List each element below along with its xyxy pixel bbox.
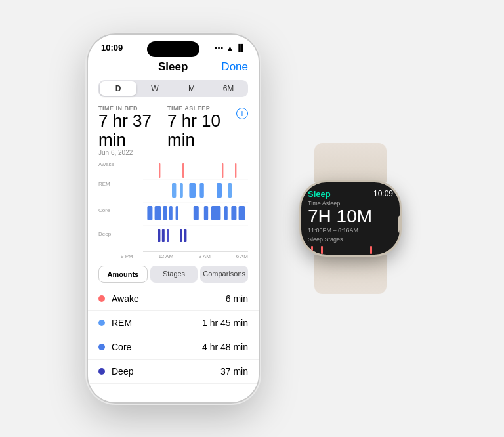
rem-value: 1 hr 45 min [202, 318, 248, 328]
y-label-rem: REM [98, 181, 110, 187]
done-button[interactable]: Done [221, 60, 248, 73]
signal-icon: ▪▪▪ [215, 44, 224, 51]
rem-label: REM [112, 318, 202, 328]
deep-label: Deep [112, 366, 220, 377]
svg-rect-24 [158, 229, 160, 242]
battery-icon: ▐▌ [236, 44, 245, 51]
svg-rect-12 [228, 183, 232, 198]
svg-rect-22 [231, 206, 236, 220]
segment-m[interactable]: M [173, 81, 210, 96]
wifi-icon: ▲ [226, 44, 234, 52]
svg-rect-8 [180, 183, 183, 198]
sleep-item-deep: Deep 37 min [88, 360, 259, 384]
scene: 10:09 ▪▪▪ ▲ ▐▌ Sleep Done D W M 6M [0, 0, 504, 437]
watch-time-display: 10:09 [373, 189, 393, 198]
watch-chart [308, 245, 393, 255]
iphone-time: 10:09 [101, 43, 123, 52]
sleep-item-core: Core 4 hr 48 min [88, 335, 259, 360]
time-in-bed-value: 7 hr 37 min [98, 112, 167, 149]
svg-rect-21 [224, 206, 228, 220]
watch-band-bottom [314, 255, 387, 294]
stat-date: Jun 6, 2022 [98, 149, 167, 156]
chart-x-labels: 9 PM 12 AM 3 AM 6 AM [121, 253, 248, 259]
svg-rect-3 [159, 163, 160, 178]
segment-control: D W M 6M [98, 80, 248, 97]
awake-value: 6 min [226, 293, 248, 304]
svg-rect-14 [155, 206, 161, 220]
svg-rect-18 [194, 206, 199, 220]
segment-d[interactable]: D [100, 81, 136, 96]
x-label-3am: 3 AM [199, 253, 211, 259]
x-label-6am: 6 AM [236, 253, 248, 259]
svg-rect-9 [189, 183, 196, 198]
svg-rect-17 [176, 206, 178, 220]
svg-rect-20 [211, 206, 220, 220]
nav-title: Sleep [158, 60, 188, 73]
core-label: Core [112, 342, 202, 352]
rem-dot [98, 320, 105, 326]
watch-band-top [314, 143, 387, 182]
dynamic-island [147, 41, 200, 57]
tab-comparisons[interactable]: Comparisons [200, 266, 248, 283]
tabs-row: Amounts Stages Comparisons [98, 266, 248, 283]
svg-rect-28 [184, 229, 186, 242]
deep-dot [98, 368, 105, 375]
stats-row: TIME IN BED 7 hr 37 min Jun 6, 2022 TIME… [88, 101, 259, 159]
iphone-screen: Sleep Done D W M 6M TIME IN BED 7 hr 37 … [88, 55, 259, 402]
watch-big-time: 7H 10M [308, 207, 393, 226]
apple-watch: Sleep 10:09 Time Asleep 7H 10M 11:00PM –… [285, 143, 416, 294]
segment-6m[interactable]: 6M [210, 81, 247, 96]
svg-rect-27 [180, 229, 182, 242]
segment-w[interactable]: W [136, 81, 173, 96]
svg-rect-30 [321, 246, 323, 254]
svg-rect-16 [169, 206, 173, 220]
svg-rect-11 [217, 183, 222, 198]
svg-rect-15 [163, 206, 167, 220]
svg-rect-31 [370, 246, 372, 254]
svg-rect-6 [235, 163, 236, 178]
time-asleep-block: TIME ASLEEP 7 hr 10 min [167, 105, 236, 149]
core-value: 4 hr 48 min [202, 342, 248, 352]
tab-amounts[interactable]: Amounts [98, 266, 148, 283]
watch-app-title: Sleep [308, 189, 331, 199]
deep-value: 37 min [220, 366, 248, 377]
info-icon[interactable]: i [236, 108, 248, 119]
sleep-chart: Awake REM Core Deep [98, 160, 248, 259]
svg-rect-7 [172, 183, 176, 198]
sleep-list: Awake 6 min REM 1 hr 45 min Core 4 hr 48… [88, 287, 259, 402]
watch-screen: Sleep 10:09 Time Asleep 7H 10M 11:00PM –… [301, 182, 400, 255]
watch-time-range: 11:00PM – 6:16AM [308, 227, 393, 234]
svg-rect-23 [239, 206, 245, 220]
sleep-svg [143, 160, 248, 252]
tab-stages[interactable]: Stages [150, 266, 198, 283]
y-label-awake: Awake [98, 161, 114, 167]
watch-stages-label: Sleep Stages [308, 236, 393, 243]
svg-rect-5 [222, 163, 223, 178]
y-label-deep: Deep [98, 231, 111, 237]
status-icons: ▪▪▪ ▲ ▐▌ [215, 44, 245, 52]
y-label-core: Core [98, 207, 110, 213]
watch-top-row: Sleep 10:09 [308, 189, 393, 199]
iphone: 10:09 ▪▪▪ ▲ ▐▌ Sleep Done D W M 6M [88, 35, 259, 402]
watch-stages-svg [308, 245, 393, 255]
svg-rect-26 [167, 229, 169, 242]
sleep-item-awake: Awake 6 min [88, 287, 259, 311]
watch-crown [398, 215, 400, 234]
watch-body: Sleep 10:09 Time Asleep 7H 10M 11:00PM –… [301, 182, 400, 255]
awake-dot [98, 295, 105, 302]
svg-rect-4 [182, 163, 184, 178]
time-asleep-value: 7 hr 10 min [167, 112, 236, 149]
svg-rect-19 [204, 206, 208, 220]
svg-rect-13 [147, 206, 152, 220]
core-dot [98, 344, 105, 350]
sleep-item-rem: REM 1 hr 45 min [88, 311, 259, 335]
nav-bar: Sleep Done [88, 55, 259, 76]
chart-area [143, 160, 248, 252]
x-label-12am: 12 AM [158, 253, 173, 259]
awake-label: Awake [112, 293, 226, 304]
time-in-bed-block: TIME IN BED 7 hr 37 min Jun 6, 2022 [98, 105, 167, 156]
svg-rect-10 [200, 183, 203, 198]
svg-rect-29 [311, 246, 313, 254]
svg-rect-25 [162, 229, 165, 242]
x-label-9pm: 9 PM [121, 253, 133, 259]
